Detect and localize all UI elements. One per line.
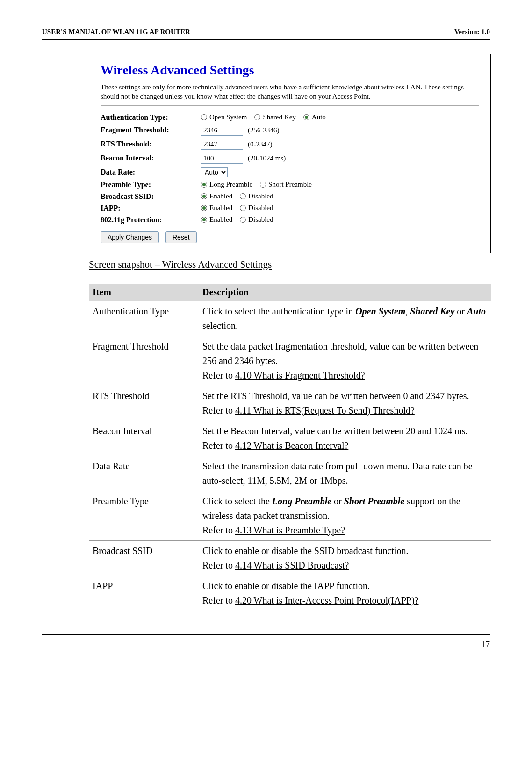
- cell-description: Click to enable or disable the SSID broa…: [199, 540, 491, 576]
- radio-shared-key[interactable]: Shared Key: [254, 113, 295, 121]
- divider: [101, 105, 479, 106]
- hint-fragment-threshold: (256-2346): [248, 126, 280, 134]
- radio-icon: [201, 193, 207, 199]
- label-80211g-protection: 802.11g Protection:: [101, 216, 201, 224]
- radio-icon: [201, 114, 207, 120]
- cell-item: Data Rate: [89, 456, 199, 491]
- description-table: Item Description Authentication TypeClic…: [89, 284, 491, 611]
- radio-iapp-disabled[interactable]: Disabled: [240, 204, 273, 212]
- radio-icon: [240, 205, 246, 211]
- row-fragment-threshold: Fragment Threshold: (256-2346): [101, 125, 479, 136]
- settings-intro: These settings are only for more technic…: [101, 82, 479, 102]
- radio-icon: [260, 182, 266, 188]
- cell-description: Set the Beacon Interval, value can be wr…: [199, 421, 491, 456]
- label-rts-threshold: RTS Threshold:: [101, 140, 201, 148]
- radio-prot-enabled[interactable]: Enabled: [201, 216, 232, 224]
- radio-icon: [201, 205, 207, 211]
- reset-button[interactable]: Reset: [165, 231, 197, 243]
- radio-bssid-enabled[interactable]: Enabled: [201, 192, 232, 200]
- radio-auto[interactable]: Auto: [303, 113, 326, 121]
- label-beacon-interval: Beacon Interval:: [101, 154, 201, 162]
- radio-icon: [303, 114, 309, 120]
- table-row: IAPPClick to enable or disable the IAPP …: [89, 576, 491, 611]
- radio-icon: [201, 217, 207, 223]
- table-row: Beacon IntervalSet the Beacon Interval, …: [89, 421, 491, 456]
- screenshot-caption: Screen snapshot – Wireless Advanced Sett…: [89, 259, 490, 270]
- cell-description: Select the transmission data rate from p…: [199, 456, 491, 491]
- cell-item: Broadcast SSID: [89, 540, 199, 576]
- label-auth-type: Authentication Type:: [101, 113, 201, 122]
- table-row: Data RateSelect the transmission data ra…: [89, 456, 491, 491]
- cell-description: Click to select the authentication type …: [199, 301, 491, 336]
- radio-open-system[interactable]: Open System: [201, 113, 247, 121]
- cell-item: IAPP: [89, 576, 199, 611]
- cell-item: Beacon Interval: [89, 421, 199, 456]
- cell-description: Set the data packet fragmentation thresh…: [199, 336, 491, 386]
- page-footer: 17: [42, 634, 490, 649]
- radio-prot-disabled[interactable]: Disabled: [240, 216, 273, 224]
- row-preamble-type: Preamble Type: Long Preamble Short Pream…: [101, 181, 479, 189]
- row-auth-type: Authentication Type: Open System Shared …: [101, 113, 479, 122]
- col-header-item: Item: [89, 284, 199, 301]
- hint-beacon-interval: (20-1024 ms): [248, 154, 286, 162]
- row-iapp: IAPP: Enabled Disabled: [101, 204, 479, 212]
- cell-description: Set the RTS Threshold, value can be writ…: [199, 386, 491, 421]
- label-iapp: IAPP:: [101, 204, 201, 212]
- cell-description: Click to enable or disable the IAPP func…: [199, 576, 491, 611]
- radio-icon: [240, 193, 246, 199]
- radio-icon: [254, 114, 260, 120]
- radio-iapp-enabled[interactable]: Enabled: [201, 204, 232, 212]
- table-body: Authentication TypeClick to select the a…: [89, 301, 491, 611]
- cell-item: RTS Threshold: [89, 386, 199, 421]
- cell-item: Preamble Type: [89, 491, 199, 540]
- table-row: Fragment ThresholdSet the data packet fr…: [89, 336, 491, 386]
- input-fragment-threshold[interactable]: [201, 125, 243, 136]
- label-fragment-threshold: Fragment Threshold:: [101, 126, 201, 134]
- cell-description: Click to select the Long Preamble or Sho…: [199, 491, 491, 540]
- row-broadcast-ssid: Broadcast SSID: Enabled Disabled: [101, 192, 479, 201]
- radio-short-preamble[interactable]: Short Preamble: [260, 181, 312, 189]
- row-rts-threshold: RTS Threshold: (0-2347): [101, 139, 479, 150]
- row-beacon-interval: Beacon Interval: (20-1024 ms): [101, 153, 479, 164]
- radio-long-preamble[interactable]: Long Preamble: [201, 181, 252, 189]
- header-left: USER'S MANUAL OF WLAN 11G AP ROUTER: [42, 28, 190, 36]
- button-row: Apply Changes Reset: [101, 231, 479, 243]
- label-data-rate: Data Rate:: [101, 168, 201, 176]
- select-data-rate[interactable]: Auto: [201, 167, 228, 177]
- input-beacon-interval[interactable]: [201, 153, 243, 164]
- page-header: USER'S MANUAL OF WLAN 11G AP ROUTER Vers…: [42, 28, 490, 40]
- radio-icon: [201, 182, 207, 188]
- radio-bssid-disabled[interactable]: Disabled: [240, 192, 273, 200]
- page-number: 17: [481, 639, 490, 649]
- label-broadcast-ssid: Broadcast SSID:: [101, 192, 201, 201]
- apply-changes-button[interactable]: Apply Changes: [101, 231, 159, 243]
- settings-panel: Wireless Advanced Settings These setting…: [89, 54, 491, 253]
- cell-item: Authentication Type: [89, 301, 199, 336]
- settings-title: Wireless Advanced Settings: [101, 63, 479, 78]
- cell-item: Fragment Threshold: [89, 336, 199, 386]
- radio-icon: [240, 217, 246, 223]
- row-data-rate: Data Rate: Auto: [101, 167, 479, 177]
- table-row: Preamble TypeClick to select the Long Pr…: [89, 491, 491, 540]
- header-right: Version: 1.0: [454, 28, 490, 36]
- label-preamble-type: Preamble Type:: [101, 181, 201, 189]
- row-80211g-protection: 802.11g Protection: Enabled Disabled: [101, 216, 479, 224]
- table-row: Authentication TypeClick to select the a…: [89, 301, 491, 336]
- table-row: Broadcast SSIDClick to enable or disable…: [89, 540, 491, 576]
- table-row: RTS ThresholdSet the RTS Threshold, valu…: [89, 386, 491, 421]
- input-rts-threshold[interactable]: [201, 139, 243, 150]
- hint-rts-threshold: (0-2347): [248, 140, 273, 148]
- col-header-description: Description: [199, 284, 491, 301]
